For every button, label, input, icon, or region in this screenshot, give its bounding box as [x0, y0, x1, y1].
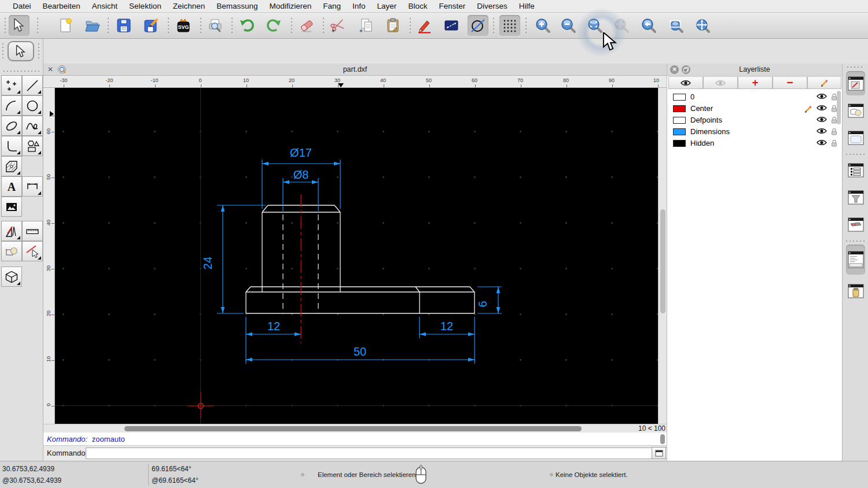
menu-bearbeiten[interactable]: Bearbeiten — [37, 2, 86, 10]
tool-hatch[interactable] — [1, 156, 22, 176]
layer-visible-icon[interactable] — [816, 93, 827, 99]
tool-ellipse[interactable] — [1, 116, 22, 136]
layer-edit-pencil-icon[interactable] — [804, 105, 812, 113]
command-input[interactable] — [86, 448, 692, 459]
menu-bemassung[interactable]: Bemassung — [211, 2, 263, 10]
layer-add-button[interactable]: + — [738, 76, 773, 89]
save-button[interactable] — [113, 15, 134, 36]
save-as-button[interactable] — [141, 15, 161, 36]
layer-color-swatch[interactable] — [673, 105, 686, 112]
menu-zeichnen[interactable]: Zeichnen — [167, 2, 211, 10]
layer-visible-icon[interactable] — [816, 105, 827, 111]
layer-name[interactable]: Defpoints — [690, 116, 722, 124]
tool-measure[interactable] — [22, 221, 43, 241]
layer-remove-button[interactable]: − — [773, 76, 807, 89]
layer-panel-close-icon[interactable]: ✕ — [670, 65, 679, 74]
history-scrollbar-thumb[interactable] — [660, 434, 665, 444]
layer-lock-icon[interactable] — [831, 128, 837, 135]
tool-image[interactable] — [1, 197, 22, 217]
drawing-canvas[interactable]: Ø17 Ø8 24 6 12 12 50 — [55, 88, 658, 424]
canvas-horizontal-scrollbar[interactable] — [55, 424, 631, 433]
dock-selection-filter-button[interactable] — [846, 185, 865, 209]
layer-hide-all-button[interactable] — [703, 76, 738, 89]
tool-select-entity[interactable] — [22, 241, 43, 261]
layer-lock-icon[interactable] — [831, 139, 837, 147]
document-title[interactable]: part.dxf — [43, 65, 667, 73]
tool-points[interactable] — [1, 75, 22, 95]
menu-ansicht[interactable]: Ansicht — [86, 2, 123, 10]
tool-spline[interactable] — [22, 116, 43, 136]
layer-name[interactable]: Hidden — [690, 139, 714, 147]
h-scroll-thumb[interactable] — [124, 426, 582, 431]
zoom-pan-button[interactable] — [692, 15, 713, 36]
selection-tool-button[interactable] — [9, 15, 30, 36]
menu-diverses[interactable]: Diverses — [471, 2, 513, 10]
paste-button[interactable] — [382, 15, 403, 36]
menu-fang[interactable]: Fang — [317, 2, 347, 10]
layer-row-center[interactable]: Center — [667, 103, 842, 114]
tool-dimension[interactable] — [22, 176, 43, 197]
dock-clipboard-button[interactable] — [846, 279, 865, 303]
layer-name[interactable]: Center — [690, 104, 713, 113]
menu-selektion[interactable]: Selektion — [123, 2, 167, 10]
grid-toggle-button[interactable] — [499, 15, 520, 36]
layer-row-defpoints[interactable]: Defpoints — [667, 114, 842, 126]
zoom-in-button[interactable] — [532, 15, 553, 36]
dock-view-toolbar-button[interactable] — [846, 212, 865, 236]
layer-color-swatch[interactable] — [673, 128, 686, 135]
layer-color-swatch[interactable] — [673, 117, 686, 124]
undo-button[interactable] — [237, 15, 258, 36]
copy-button[interactable]: + — [356, 15, 377, 36]
menu-datei[interactable]: Datei — [7, 2, 37, 10]
layer-panel-float-icon[interactable] — [682, 65, 690, 74]
tool-blocks[interactable] — [1, 241, 22, 261]
tool-circle[interactable] — [22, 95, 43, 116]
tool-modify[interactable] — [1, 221, 22, 241]
v-scroll-thumb[interactable] — [660, 209, 665, 313]
layer-show-all-button[interactable] — [668, 76, 703, 89]
layer-visible-icon[interactable] — [816, 116, 827, 123]
layer-visible-icon[interactable] — [816, 128, 827, 134]
new-file-button[interactable] — [55, 15, 76, 36]
dock-library-browser-button[interactable] — [846, 125, 865, 150]
open-file-button[interactable] — [82, 15, 103, 36]
dock-block-list-button[interactable] — [846, 98, 865, 123]
construction-mode-button[interactable] — [468, 15, 488, 36]
tool-polyline[interactable] — [1, 136, 22, 156]
menu-fenster[interactable]: Fenster — [433, 2, 471, 10]
dock-property-editor-button[interactable] — [846, 71, 865, 95]
zoom-window-button[interactable] — [665, 15, 686, 36]
menu-block[interactable]: Block — [402, 2, 433, 10]
layer-color-swatch[interactable] — [673, 140, 686, 147]
menu-info[interactable]: Info — [347, 2, 372, 10]
canvas-vertical-scrollbar[interactable] — [658, 88, 667, 424]
tool-text[interactable]: A — [1, 176, 22, 197]
dock-command-line-button[interactable] — [846, 245, 865, 275]
layer-name[interactable]: 0 — [690, 93, 694, 101]
zoom-out-button[interactable] — [558, 15, 579, 36]
tool-3d-box[interactable] — [1, 267, 22, 287]
tool-line[interactable] — [22, 75, 43, 95]
layer-visible-icon[interactable] — [816, 139, 827, 146]
redo-button[interactable] — [263, 15, 284, 36]
layer-row-dimensions[interactable]: Dimensions — [667, 126, 842, 138]
layer-row-hidden[interactable]: Hidden — [667, 138, 842, 149]
layer-list-scrollbar-thumb[interactable] — [837, 91, 841, 124]
dock-layer-list-button[interactable] — [846, 158, 865, 182]
tool-arc[interactable] — [1, 95, 22, 116]
svg-export-button[interactable]: SVG — [173, 15, 194, 36]
cut-button[interactable]: + — [328, 15, 349, 36]
menu-modifizieren[interactable]: Modifizieren — [264, 2, 318, 10]
layer-row-0[interactable]: 0 — [667, 91, 842, 103]
layer-color-swatch[interactable] — [673, 94, 686, 101]
menu-hilfe[interactable]: Hilfe — [513, 2, 540, 10]
dimension-style-button[interactable] — [441, 15, 462, 36]
pen-attributes-button[interactable] — [414, 15, 435, 36]
menu-layer[interactable]: Layer — [372, 2, 403, 10]
layer-name[interactable]: Dimensions — [690, 127, 730, 136]
print-preview-button[interactable] — [205, 15, 226, 36]
command-dock-button[interactable] — [652, 447, 666, 459]
zoom-back-button[interactable] — [638, 15, 659, 36]
layer-edit-button[interactable] — [807, 76, 841, 89]
tool-polygon[interactable] — [22, 136, 43, 156]
